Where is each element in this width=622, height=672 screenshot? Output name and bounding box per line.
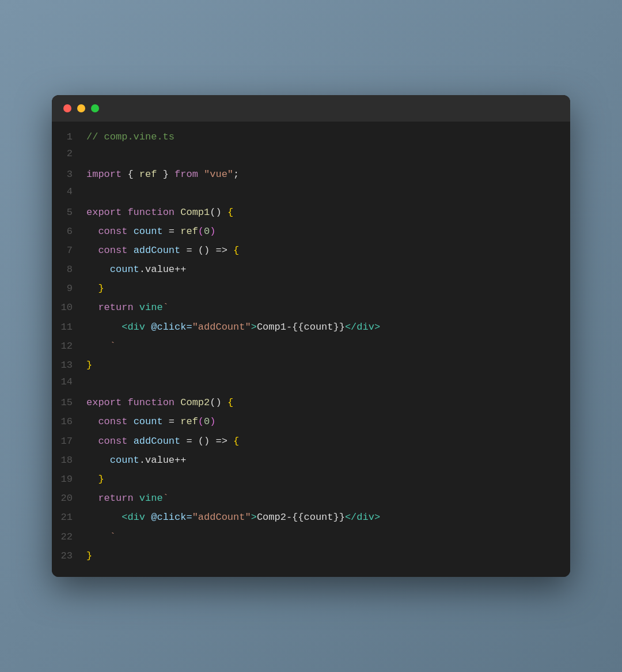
code-content: const count = ref(0) [86, 414, 215, 429]
line-number: 20 [52, 493, 86, 504]
code-content: const count = ref(0) [86, 224, 215, 239]
line-number: 2 [52, 148, 86, 159]
code-line-15: 15 export function Comp2() { [52, 393, 570, 412]
line-number: 16 [52, 416, 86, 427]
line-number: 15 [52, 397, 86, 408]
line-number: 1 [52, 131, 86, 142]
line-number: 5 [52, 207, 86, 218]
line-number: 9 [52, 283, 86, 294]
code-line-8: 8 count.value++ [52, 260, 570, 279]
code-line-17: 17 const addCount = () => { [52, 432, 570, 451]
code-window: 1 // comp.vine.ts 2 3 import { ref } fro… [52, 95, 570, 577]
code-line-14: 14 [52, 375, 570, 393]
line-number: 10 [52, 302, 86, 313]
code-line-23: 23 } [52, 546, 570, 565]
code-content: import { ref } from "vue"; [86, 167, 239, 182]
code-line-22: 22 ` [52, 527, 570, 546]
code-line-1: 1 // comp.vine.ts [52, 127, 570, 146]
close-button[interactable] [63, 104, 71, 112]
code-content: } [86, 471, 104, 487]
line-number: 11 [52, 322, 86, 333]
code-line-9: 9 } [52, 279, 570, 298]
code-content: ` [86, 338, 116, 354]
code-line-3: 3 import { ref } from "vue"; [52, 165, 570, 184]
line-number: 14 [52, 376, 86, 387]
code-content: export function Comp2() { [86, 395, 233, 410]
code-line-5: 5 export function Comp1() { [52, 203, 570, 222]
code-line-16: 16 const count = ref(0) [52, 412, 570, 431]
line-number: 3 [52, 169, 86, 180]
line-number: 23 [52, 550, 86, 561]
code-line-6: 6 const count = ref(0) [52, 222, 570, 241]
code-content: } [86, 548, 92, 564]
line-number: 21 [52, 512, 86, 523]
line-number: 22 [52, 531, 86, 542]
line-number: 19 [52, 474, 86, 485]
code-line-11: 11 <div @click="addCount">Comp1-{{count}… [52, 318, 570, 337]
code-content: count.value++ [86, 262, 186, 277]
line-number: 7 [52, 245, 86, 256]
line-number: 8 [52, 264, 86, 275]
code-line-18: 18 count.value++ [52, 451, 570, 470]
code-content: } [86, 281, 104, 296]
line-number: 17 [52, 436, 86, 447]
code-line-20: 20 return vine` [52, 489, 570, 508]
code-content: export function Comp1() { [86, 205, 233, 220]
code-line-21: 21 <div @click="addCount">Comp2-{{count}… [52, 508, 570, 527]
code-content: count.value++ [86, 452, 186, 468]
code-content: const addCount = () => { [86, 433, 239, 449]
code-content: ` [86, 529, 116, 545]
code-content: // comp.vine.ts [86, 129, 175, 145]
line-number: 12 [52, 341, 86, 352]
code-line-12: 12 ` [52, 337, 570, 356]
minimize-button[interactable] [77, 104, 85, 112]
code-editor: 1 // comp.vine.ts 2 3 import { ref } fro… [52, 122, 570, 577]
code-line-10: 10 return vine` [52, 298, 570, 317]
code-content: const addCount = () => { [86, 243, 239, 258]
code-content: return vine` [86, 300, 169, 315]
code-content: <div @click="addCount">Comp1-{{count}}</… [86, 319, 380, 335]
line-number: 6 [52, 226, 86, 237]
maximize-button[interactable] [91, 104, 99, 112]
code-content: return vine` [86, 490, 169, 506]
code-content: <div @click="addCount">Comp2-{{count}}</… [86, 509, 380, 525]
code-line-19: 19 } [52, 470, 570, 489]
code-line-2: 2 [52, 146, 570, 165]
code-line-7: 7 const addCount = () => { [52, 241, 570, 260]
code-content: } [86, 357, 92, 373]
titlebar [52, 95, 570, 122]
line-number: 13 [52, 360, 86, 371]
code-line-13: 13 } [52, 356, 570, 375]
code-line-4: 4 [52, 184, 570, 203]
line-number: 4 [52, 186, 86, 197]
line-number: 18 [52, 455, 86, 466]
